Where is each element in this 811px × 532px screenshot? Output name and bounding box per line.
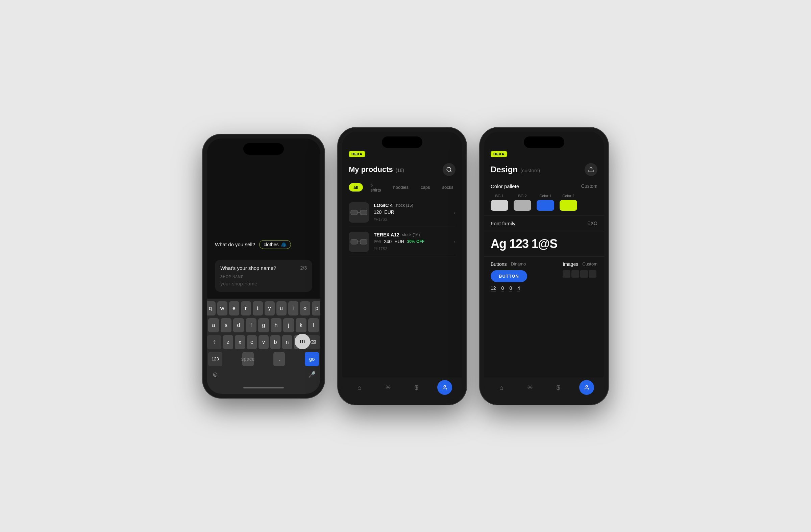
key-d[interactable]: d (233, 318, 244, 332)
swatch-bg2[interactable]: BG 2 (514, 194, 531, 211)
key-h[interactable]: h (271, 318, 281, 332)
key-n[interactable]: n (282, 335, 292, 349)
swatch-color1[interactable]: Color 1 (537, 194, 554, 211)
swatch-bg2-label: BG 2 (518, 194, 526, 198)
key-w[interactable]: w (217, 301, 227, 315)
product-price-1: 120 (374, 209, 382, 215)
key-p[interactable]: p (312, 301, 321, 315)
key-c[interactable]: c (247, 335, 257, 349)
upload-button[interactable] (585, 163, 597, 176)
key-g[interactable]: g (258, 318, 269, 332)
clothes-label: clothes (264, 242, 278, 247)
design-title-row: Design (custom) (491, 165, 540, 174)
product-price-sale-2: 240 (384, 239, 392, 244)
product-list: LOGIC 4 stock (15) 120 EUR #H17S2 › (342, 198, 462, 378)
btn-num-3-line (509, 291, 512, 292)
key-go[interactable]: go (305, 352, 319, 366)
key-o[interactable]: o (300, 301, 310, 315)
phone-1-content: What do you sell? clothes 🧥 What's your … (207, 139, 320, 394)
nav-user-2[interactable] (437, 380, 452, 395)
key-r[interactable]: r (241, 301, 251, 315)
key-u[interactable]: u (276, 301, 287, 315)
home-indicator-1 (208, 383, 319, 392)
key-shift[interactable]: ⇧ (207, 335, 221, 349)
key-numbers[interactable]: 123 (208, 352, 223, 366)
tab-caps[interactable]: caps (416, 183, 434, 191)
nav-sparkle-3[interactable]: ✳ (522, 380, 537, 395)
key-period[interactable]: . (273, 352, 285, 366)
svg-rect-4 (360, 239, 367, 244)
nav-dollar-2[interactable]: $ (409, 380, 424, 395)
nav-sparkle-2[interactable]: ✳ (381, 380, 395, 395)
key-i[interactable]: i (288, 301, 299, 315)
product-item-2[interactable]: TEREX A12 stock (16) 290 240 EUR 30% OFF… (349, 228, 456, 256)
keyboard-row-3: ⇧ z x c v b n m m ⌫ (208, 335, 319, 349)
tab-socks[interactable]: socks (438, 183, 458, 191)
key-t[interactable]: t (253, 301, 263, 315)
nav-user-3[interactable] (579, 380, 594, 395)
key-e[interactable]: e (229, 301, 239, 315)
tab-all[interactable]: all (349, 183, 363, 191)
product-price-row-2: 290 240 EUR 30% OFF (374, 239, 449, 244)
product-info-2: TEREX A12 stock (16) 290 240 EUR 30% OFF… (374, 232, 449, 251)
key-l[interactable]: l (308, 318, 319, 332)
images-label-row: Images Custom (563, 262, 597, 267)
buttons-label: Buttons (491, 262, 507, 267)
shop-name-label: SHOP NAME (220, 275, 307, 279)
key-j[interactable]: j (283, 318, 294, 332)
key-a[interactable]: a (208, 318, 219, 332)
btn-num-1-line (491, 291, 496, 292)
btn-num-4-line (517, 291, 520, 292)
key-b[interactable]: b (270, 335, 280, 349)
product-price-orig-2: 290 (374, 239, 381, 244)
product-item-1[interactable]: LOGIC 4 stock (15) 120 EUR #H17S2 › (349, 198, 456, 227)
key-v[interactable]: v (259, 335, 269, 349)
key-f[interactable]: f (246, 318, 257, 332)
key-space[interactable]: space (242, 352, 254, 366)
product-name-1: LOGIC 4 (374, 203, 393, 208)
buttons-label-row: Buttons Dinamo (491, 262, 527, 267)
phone-3-content: HEXA Design (custom) (484, 132, 604, 401)
tab-tshirts[interactable]: t-shirts (366, 181, 385, 194)
key-s[interactable]: s (221, 318, 231, 332)
svg-point-5 (444, 386, 445, 387)
scan-button[interactable] (443, 163, 456, 176)
product-sku-1: #H17S2 (374, 217, 387, 221)
btn-num-2-line (502, 291, 504, 292)
color-pallete-swatches: BG 1 BG 2 Color 1 Color 2 (491, 194, 597, 211)
key-emoji[interactable]: ☺ (208, 367, 223, 382)
nav-home-3[interactable]: ⌂ (494, 380, 509, 395)
btn-num-3-val: 0 (509, 285, 512, 291)
svg-rect-3 (351, 239, 357, 244)
key-z[interactable]: z (223, 335, 233, 349)
svg-rect-1 (351, 210, 357, 215)
shop-name-input[interactable]: your-shop-name (220, 281, 307, 286)
img-cell-1 (563, 270, 570, 278)
tab-hoodies[interactable]: hoodies (388, 183, 414, 191)
swatch-bg1[interactable]: BG 1 (491, 194, 508, 211)
nav-home-2[interactable]: ⌂ (352, 380, 367, 395)
key-m[interactable]: m m (294, 335, 304, 349)
hexa-badge-2: HEXA (349, 151, 365, 157)
product-img-2 (349, 232, 369, 252)
images-grid (563, 270, 596, 278)
font-family-value: EXO (587, 221, 597, 226)
keyboard-row-1: q w e r t y u i o p (208, 301, 319, 315)
clothes-emoji: 🧥 (281, 242, 287, 247)
btn-num-4: 4 (517, 285, 520, 292)
key-q[interactable]: q (207, 301, 216, 315)
key-k[interactable]: k (296, 318, 306, 332)
clothes-tag[interactable]: clothes 🧥 (259, 240, 291, 249)
key-y[interactable]: y (264, 301, 275, 315)
keyboard-row-2: a s d f g h j k l (208, 318, 319, 332)
images-sub-label: Custom (582, 262, 597, 266)
swatch-color1-color (537, 200, 554, 211)
button-preview[interactable]: BUTTON (491, 270, 527, 282)
nav-dollar-3[interactable]: $ (551, 380, 566, 395)
key-x[interactable]: x (235, 335, 245, 349)
swatch-color2[interactable]: Color 2 (560, 194, 577, 211)
font-preview: Ag 123 1@S (491, 237, 597, 251)
font-preview-section: Ag 123 1@S (484, 231, 604, 257)
product-currency-2: EUR (394, 239, 404, 244)
key-mic[interactable]: 🎤 (305, 367, 319, 382)
